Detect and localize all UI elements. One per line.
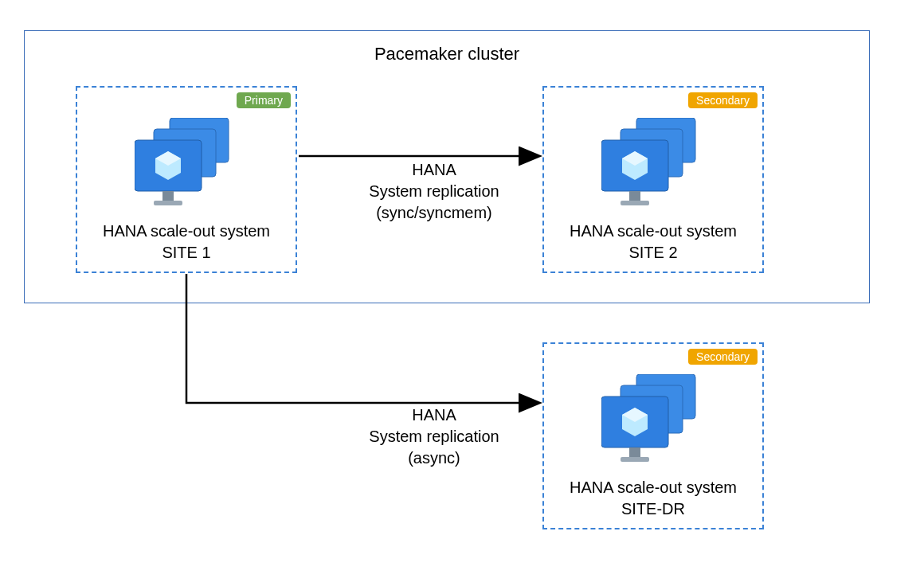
replication-label-async: HANA System replication (async) bbox=[335, 404, 534, 469]
site1-label: HANA scale-out system SITE 1 bbox=[77, 221, 296, 264]
svg-rect-10 bbox=[154, 201, 182, 205]
site2-badge: Secondary bbox=[688, 92, 758, 108]
site1-label-line1: HANA scale-out system bbox=[103, 222, 270, 240]
site-dr-label-line1: HANA scale-out system bbox=[570, 479, 737, 496]
arrow2-line2: System replication bbox=[369, 428, 499, 445]
site-dr-label: HANA scale-out system SITE-DR bbox=[544, 477, 762, 520]
svg-rect-31 bbox=[629, 447, 640, 457]
site1-badge: Primary bbox=[237, 92, 291, 108]
svg-rect-32 bbox=[621, 457, 649, 462]
site2-box: Secondary bbox=[542, 86, 764, 273]
arrow2-line3: (async) bbox=[408, 449, 460, 467]
site1-box: Primary bbox=[76, 86, 297, 273]
site2-label-line1: HANA scale-out system bbox=[570, 222, 737, 240]
site-dr-badge: Secondary bbox=[688, 349, 758, 365]
vm-cluster-icon bbox=[601, 118, 705, 209]
site2-label-line2: SITE 2 bbox=[628, 244, 677, 261]
svg-rect-21 bbox=[621, 201, 649, 205]
svg-rect-20 bbox=[629, 191, 640, 201]
svg-rect-9 bbox=[162, 191, 174, 201]
site-dr-label-line2: SITE-DR bbox=[621, 500, 685, 518]
replication-label-sync: HANA System replication (sync/syncmem) bbox=[335, 159, 534, 224]
site-dr-box: Secondary bbox=[542, 342, 764, 529]
pacemaker-cluster-title: Pacemaker cluster bbox=[25, 44, 869, 64]
arrow1-line2: System replication bbox=[369, 182, 499, 200]
vm-cluster-icon bbox=[601, 374, 705, 465]
arrow2-line1: HANA bbox=[412, 406, 456, 424]
site1-label-line2: SITE 1 bbox=[162, 244, 210, 261]
vm-cluster-icon bbox=[135, 118, 238, 209]
arrow1-line3: (sync/syncmem) bbox=[376, 204, 492, 221]
site2-label: HANA scale-out system SITE 2 bbox=[544, 221, 762, 264]
arrow1-line1: HANA bbox=[412, 161, 456, 178]
